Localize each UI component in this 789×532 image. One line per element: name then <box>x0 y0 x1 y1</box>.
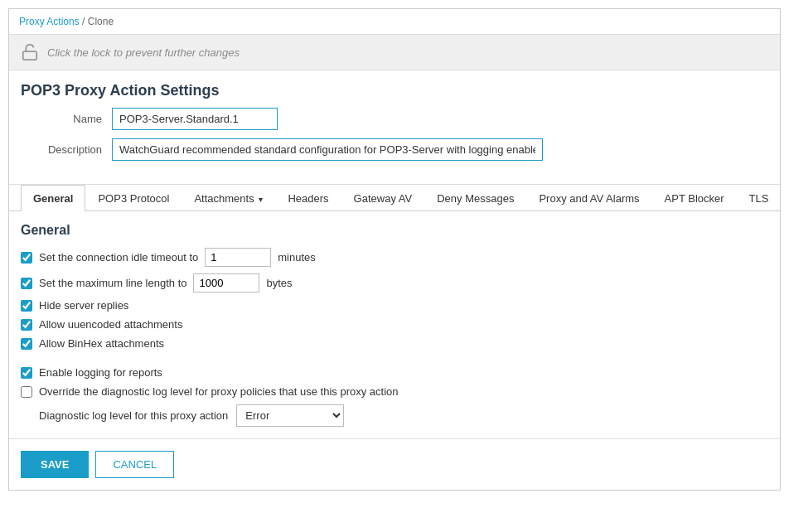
max-line-length-label: Set the maximum line length to <box>39 277 186 289</box>
breadcrumb-separator: / <box>82 16 88 27</box>
svg-rect-0 <box>23 51 37 60</box>
max-line-length-unit: bytes <box>266 277 292 289</box>
form-fields: Name Description <box>9 108 780 177</box>
hide-server-replies-checkbox[interactable] <box>21 300 32 312</box>
enable-logging-checkbox[interactable] <box>21 367 32 379</box>
lock-icon[interactable] <box>21 43 39 61</box>
idle-timeout-checkbox[interactable] <box>21 252 32 264</box>
diag-level-select[interactable]: ErrorWarningInfoDebug <box>236 404 344 427</box>
name-row: Name <box>21 108 768 130</box>
page-title: POP3 Proxy Action Settings <box>9 70 780 108</box>
max-line-length-checkbox[interactable] <box>21 278 32 289</box>
allow-uuencoded-checkbox[interactable] <box>21 319 32 331</box>
override-diag-row: Override the diagnostic log level for pr… <box>21 385 768 398</box>
tab-proxy-alarms[interactable]: Proxy and AV Alarms <box>526 185 651 211</box>
cancel-button[interactable]: CANCEL <box>95 451 174 478</box>
diag-level-row: Diagnostic log level for this proxy acti… <box>39 404 768 427</box>
override-diag-checkbox[interactable] <box>21 386 32 398</box>
allow-binhex-row: Allow BinHex attachments <box>21 337 768 350</box>
enable-logging-label: Enable logging for reports <box>39 366 162 379</box>
breadcrumb-link[interactable]: Proxy Actions <box>19 16 80 27</box>
section-title: General <box>21 223 768 238</box>
enable-logging-row: Enable logging for reports <box>21 366 768 379</box>
description-row: Description <box>21 138 768 161</box>
idle-timeout-unit: minutes <box>278 251 316 264</box>
allow-binhex-label: Allow BinHex attachments <box>39 337 164 350</box>
idle-timeout-label: Set the connection idle timeout to <box>39 251 198 264</box>
description-label: Description <box>21 143 112 156</box>
tabs-container: GeneralPOP3 ProtocolAttachments ▾Headers… <box>9 184 780 211</box>
lock-bar: Click the lock to prevent further change… <box>9 34 780 70</box>
description-input[interactable] <box>112 138 543 161</box>
override-diag-label: Override the diagnostic log level for pr… <box>39 385 399 398</box>
tab-general[interactable]: General <box>21 185 85 211</box>
diag-level-label: Diagnostic log level for this proxy acti… <box>39 409 228 422</box>
name-label: Name <box>21 113 112 125</box>
tab-apt-blocker[interactable]: APT Blocker <box>652 185 737 211</box>
tabs: GeneralPOP3 ProtocolAttachments ▾Headers… <box>9 185 780 211</box>
general-section: General Set the connection idle timeout … <box>9 211 780 438</box>
idle-timeout-input[interactable] <box>205 248 271 267</box>
buttons-row: SAVE CANCEL <box>9 438 780 490</box>
breadcrumb: Proxy Actions / Clone <box>9 9 780 34</box>
tab-pop3-protocol[interactable]: POP3 Protocol <box>85 185 182 211</box>
allow-uuencoded-row: Allow uuencoded attachments <box>21 318 768 331</box>
tab-deny-messages[interactable]: Deny Messages <box>424 185 526 211</box>
max-line-length-row: Set the maximum line length to bytes <box>21 273 768 293</box>
tab-headers[interactable]: Headers <box>275 185 341 211</box>
lock-text: Click the lock to prevent further change… <box>47 46 240 59</box>
idle-timeout-row: Set the connection idle timeout to minut… <box>21 248 768 267</box>
hide-server-replies-row: Hide server replies <box>21 299 768 312</box>
hide-server-replies-label: Hide server replies <box>39 299 128 312</box>
name-input[interactable] <box>112 108 278 130</box>
allow-binhex-checkbox[interactable] <box>21 338 32 350</box>
tab-dropdown-arrow: ▾ <box>257 195 264 204</box>
allow-uuencoded-label: Allow uuencoded attachments <box>39 318 182 331</box>
tab-tls[interactable]: TLS <box>737 185 782 211</box>
max-line-length-input[interactable] <box>193 273 259 293</box>
save-button[interactable]: SAVE <box>21 451 89 478</box>
breadcrumb-current: Clone <box>88 16 114 27</box>
tab-gateway-av[interactable]: Gateway AV <box>341 185 425 211</box>
tab-attachments[interactable]: Attachments ▾ <box>182 185 275 211</box>
